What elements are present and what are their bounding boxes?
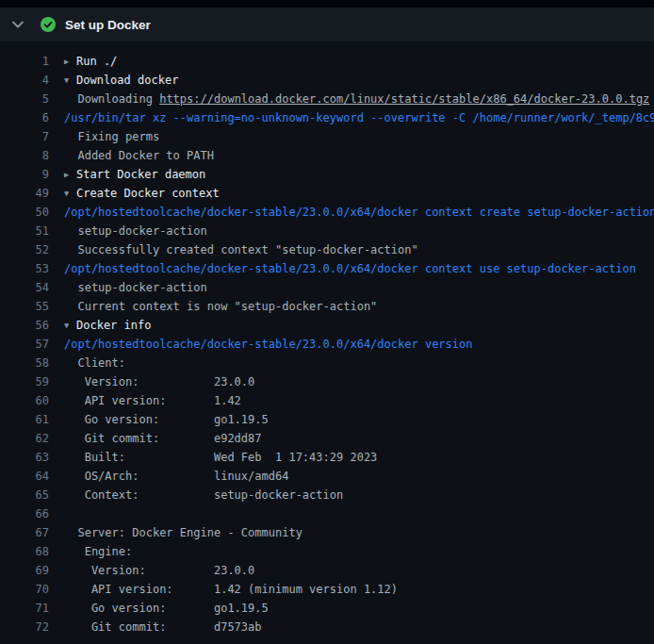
log-text: API version: 1.42 [49, 391, 241, 410]
line-number[interactable]: 7 [0, 127, 49, 146]
log-line: 54 setup-docker-action [0, 278, 654, 297]
page-top-strip [0, 0, 654, 8]
triangle-collapsed-icon: ▶ [64, 52, 76, 71]
log-text: Current context is now "setup-docker-act… [49, 297, 377, 316]
line-number[interactable]: 6 [0, 108, 49, 127]
log-line: 1▶Run ./ [0, 52, 654, 71]
line-number[interactable]: 62 [0, 429, 49, 448]
line-number[interactable]: 67 [0, 523, 49, 542]
log-text: Fixing perms [49, 127, 159, 146]
line-number[interactable]: 61 [0, 410, 49, 429]
log-line: 69 Version: 23.0.0 [0, 561, 654, 580]
line-number[interactable]: 50 [0, 203, 49, 222]
log-line: 71 Go version: go1.19.5 [0, 599, 654, 618]
log-text: API version: 1.42 (minimum version 1.12) [49, 580, 398, 599]
log-line: 53/opt/hostedtoolcache/docker-stable/23.… [0, 259, 654, 278]
log-text: Built: Wed Feb 1 17:43:29 2023 [49, 448, 377, 467]
log-text: Client: [49, 354, 125, 372]
line-number[interactable]: 1 [0, 52, 49, 71]
log-link[interactable]: https://download.docker.com/linux/static… [159, 92, 649, 106]
line-number[interactable]: 60 [0, 391, 49, 410]
log-line: 63 Built: Wed Feb 1 17:43:29 2023 [0, 448, 654, 467]
log-text [49, 504, 64, 523]
log-text: Git commit: e92dd87 [49, 429, 262, 448]
line-number[interactable]: 64 [0, 467, 49, 486]
check-circle-icon [41, 17, 56, 32]
log-text: Go version: go1.19.5 [49, 599, 269, 618]
line-number[interactable]: 55 [0, 297, 49, 316]
log-text: setup-docker-action [49, 278, 207, 297]
line-number[interactable]: 53 [0, 259, 49, 278]
line-number[interactable]: 4 [0, 71, 49, 90]
log-text: Successfully created context "setup-dock… [49, 240, 418, 259]
log-group-header[interactable]: ▼Create Docker context [49, 184, 220, 203]
log-line: 72 Git commit: d7573ab [0, 618, 654, 636]
log-line: 60 API version: 1.42 [0, 391, 654, 410]
line-number[interactable]: 49 [0, 184, 49, 203]
log-text: /opt/hostedtoolcache/docker-stable/23.0.… [49, 335, 472, 354]
log-line: 7 Fixing perms [0, 127, 654, 146]
log-line: 5 Downloading https://download.docker.co… [0, 90, 654, 108]
log-line: 57/opt/hostedtoolcache/docker-stable/23.… [0, 335, 654, 354]
log-text: Downloading https://download.docker.com/… [49, 90, 649, 108]
log-line: 8 Added Docker to PATH [0, 146, 654, 165]
log-line: 4▼Download docker [0, 71, 654, 90]
log-line: 67 Server: Docker Engine - Community [0, 523, 654, 542]
triangle-expanded-icon: ▼ [64, 71, 76, 90]
log-group-header[interactable]: ▶Run ./ [49, 52, 117, 71]
line-number[interactable]: 72 [0, 618, 49, 636]
log-text: Git commit: d7573ab [49, 618, 262, 636]
log-line: 52 Successfully created context "setup-d… [0, 240, 654, 259]
log-line: 51 setup-docker-action [0, 222, 654, 240]
log-text: Version: 23.0.0 [49, 372, 254, 391]
line-number[interactable]: 58 [0, 354, 49, 372]
log-group-header[interactable]: ▼Docker info [49, 316, 151, 335]
line-number[interactable]: 65 [0, 486, 49, 504]
log-line: 59 Version: 23.0.0 [0, 372, 654, 391]
log-group-header[interactable]: ▶Start Docker daemon [49, 165, 205, 184]
line-number[interactable]: 56 [0, 316, 49, 335]
line-number[interactable]: 54 [0, 278, 49, 297]
line-number[interactable]: 9 [0, 165, 49, 184]
log-line: 58 Client: [0, 354, 654, 372]
step-title: Set up Docker [65, 18, 151, 32]
line-number[interactable]: 57 [0, 335, 49, 354]
line-number[interactable]: 51 [0, 222, 49, 240]
log-line: 55 Current context is now "setup-docker-… [0, 297, 654, 316]
line-number[interactable]: 68 [0, 542, 49, 561]
line-number[interactable]: 8 [0, 146, 49, 165]
line-number[interactable]: 63 [0, 448, 49, 467]
line-number[interactable]: 71 [0, 599, 49, 618]
log-line: 62 Git commit: e92dd87 [0, 429, 654, 448]
log-text: /opt/hostedtoolcache/docker-stable/23.0.… [49, 203, 654, 222]
line-number[interactable]: 52 [0, 240, 49, 259]
log-text: Context: setup-docker-action [49, 486, 343, 504]
line-number[interactable]: 69 [0, 561, 49, 580]
log-text: Version: 23.0.0 [49, 561, 254, 580]
log-line: 9▶Start Docker daemon [0, 165, 654, 184]
log-line: 6/usr/bin/tar xz --warning=no-unknown-ke… [0, 108, 654, 127]
line-number[interactable]: 59 [0, 372, 49, 391]
log-group-header[interactable]: ▼Download docker [49, 71, 178, 90]
line-number[interactable]: 66 [0, 504, 49, 523]
log-text: Added Docker to PATH [49, 146, 214, 165]
log-text: setup-docker-action [49, 222, 207, 240]
line-number[interactable]: 5 [0, 90, 49, 108]
log-line: 65 Context: setup-docker-action [0, 486, 654, 504]
log-container: 1▶Run ./4▼Download docker5 Downloading h… [0, 42, 654, 636]
line-number[interactable]: 70 [0, 580, 49, 599]
log-text: Go version: go1.19.5 [49, 410, 269, 429]
log-text: Engine: [49, 542, 132, 561]
triangle-collapsed-icon: ▶ [64, 165, 76, 184]
chevron-down-icon[interactable] [11, 18, 25, 31]
log-text: OS/Arch: linux/amd64 [49, 467, 288, 486]
step-header[interactable]: Set up Docker [0, 8, 654, 42]
log-line: 56▼Docker info [0, 316, 654, 335]
log-line: 50/opt/hostedtoolcache/docker-stable/23.… [0, 203, 654, 222]
log-line: 61 Go version: go1.19.5 [0, 410, 654, 429]
log-text: Server: Docker Engine - Community [49, 523, 302, 542]
log-line: 64 OS/Arch: linux/amd64 [0, 467, 654, 486]
triangle-expanded-icon: ▼ [64, 184, 76, 203]
log-text: /opt/hostedtoolcache/docker-stable/23.0.… [49, 259, 636, 278]
log-line: 68 Engine: [0, 542, 654, 561]
